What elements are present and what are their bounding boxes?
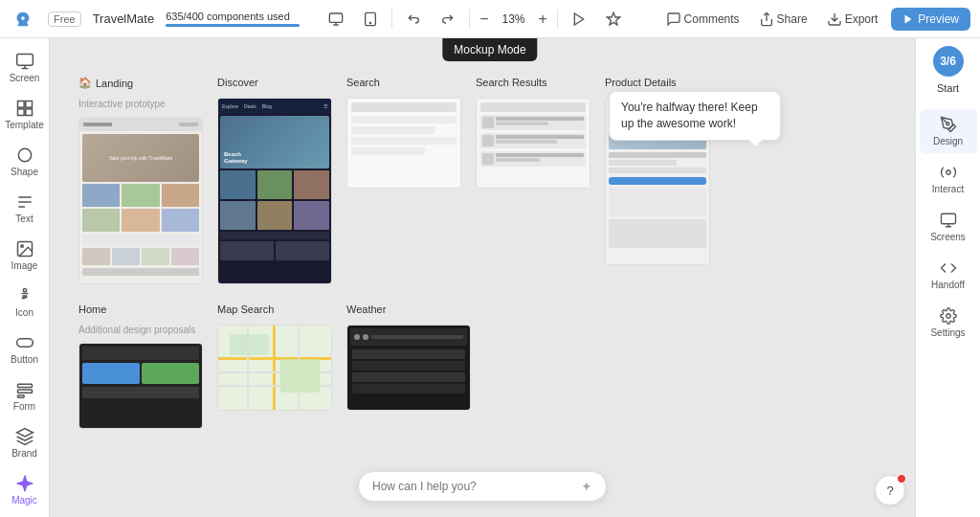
ai-input-field[interactable] (372, 480, 573, 493)
help-label: ? (886, 483, 893, 498)
play-btn[interactable] (566, 9, 592, 30)
help-btn[interactable]: ? (875, 475, 905, 506)
sidebar-item-screen[interactable]: Screen (3, 46, 47, 89)
sidebar-form-label: Form (13, 401, 35, 412)
right-sidebar: 3/6 Start Design Interact Screens Handof… (915, 38, 980, 517)
design-label: Design (933, 136, 963, 146)
undo-btn[interactable] (400, 9, 427, 30)
sidebar-magic-label: Magic (11, 495, 37, 506)
interact-label: Interact (932, 184, 964, 194)
frame-home-label: Home (78, 303, 106, 315)
svg-rect-26 (941, 214, 955, 224)
svg-rect-12 (17, 109, 24, 116)
canvas[interactable]: You're halfway there! Keep up the awesom… (50, 38, 915, 517)
sidebar-item-text[interactable]: Text (3, 187, 47, 230)
frame-map-search-thumb[interactable] (217, 325, 332, 411)
sidebar-screen-label: Screen (10, 73, 40, 83)
frame-weather[interactable]: Weather (346, 303, 471, 411)
screens-label: Screens (930, 232, 966, 242)
components-text: 635/400 components used (166, 11, 300, 22)
svg-marker-5 (607, 12, 619, 25)
left-sidebar: Screen Template Shape Text Image Icon Bu… (0, 38, 50, 517)
svg-point-25 (946, 170, 950, 175)
redo-btn[interactable] (434, 9, 461, 30)
share-btn[interactable]: Share (753, 9, 813, 30)
frame-search-results-thumb[interactable] (476, 98, 590, 189)
frame-landing-label: Landing (96, 78, 133, 89)
tablet-icon-btn[interactable] (357, 9, 384, 30)
sidebar-item-image[interactable]: Image (3, 234, 47, 277)
mockup-mode-badge: Mockup Mode (442, 38, 537, 61)
frame-search[interactable]: Search (346, 77, 461, 189)
progress-badge-text: 3/6 (940, 55, 956, 68)
sidebar-brand-label: Brand (11, 448, 37, 459)
frame-discover[interactable]: Discover Explore Deals Blog ☰ BeachGatew… (217, 77, 332, 284)
svg-rect-21 (17, 384, 32, 387)
export-btn[interactable]: Export (821, 9, 884, 30)
sidebar-text-label: Text (15, 214, 33, 224)
svg-rect-13 (25, 109, 32, 116)
home-icon: 🏠 (78, 77, 92, 89)
svg-rect-23 (17, 395, 24, 398)
svg-marker-4 (574, 13, 583, 25)
ai-input-bar[interactable]: ✦ (358, 471, 607, 502)
svg-rect-22 (17, 390, 32, 393)
zoom-out-btn[interactable]: − (478, 11, 490, 28)
frame-map-search-label: Map Search (217, 303, 274, 315)
start-label: Start (937, 82, 959, 94)
frame-home-thumb[interactable] (78, 343, 203, 429)
sidebar-image-label: Image (11, 260, 38, 271)
svg-point-27 (946, 314, 950, 319)
frame-discover-thumb[interactable]: Explore Deals Blog ☰ BeachGateway (217, 98, 332, 284)
logo[interactable] (10, 6, 36, 33)
frame-map-search[interactable]: Map Search (217, 303, 332, 411)
frame-weather-thumb[interactable] (346, 325, 471, 411)
svg-marker-8 (905, 14, 912, 23)
svg-rect-19 (23, 296, 26, 298)
tooltip-bubble: You're halfway there! Keep up the awesom… (609, 91, 781, 141)
sidebar-item-magic[interactable]: Magic (3, 468, 47, 511)
svg-point-3 (370, 22, 371, 23)
frame-search-results-label: Search Results (476, 77, 547, 88)
svg-point-0 (21, 16, 25, 20)
zoom-in-btn[interactable]: + (537, 11, 549, 28)
comments-btn[interactable]: Comments (660, 9, 746, 30)
right-item-interact[interactable]: Interact (920, 157, 977, 201)
frame-search-thumb[interactable] (346, 98, 461, 189)
help-notification-badge (897, 474, 906, 483)
svg-rect-10 (17, 101, 24, 108)
comments-label: Comments (684, 12, 740, 26)
sidebar-item-brand[interactable]: Brand (3, 421, 47, 464)
sidebar-item-template[interactable]: Template (3, 93, 47, 136)
bottom-frames-row: Home Additional design proposals (78, 303, 886, 429)
svg-point-14 (18, 148, 31, 161)
sidebar-item-shape[interactable]: Shape (3, 140, 47, 183)
frame-search-label: Search (346, 77, 380, 88)
frame-landing[interactable]: 🏠 Landing Interactive prototype Take you… (78, 77, 203, 284)
right-item-design[interactable]: Design (920, 109, 977, 153)
sidebar-item-button[interactable]: Button (3, 327, 47, 371)
right-item-settings[interactable]: Settings (920, 301, 977, 345)
right-item-screens[interactable]: Screens (920, 205, 977, 249)
sidebar-item-icon[interactable]: Icon (3, 281, 47, 324)
svg-rect-11 (25, 101, 32, 108)
sidebar-button-label: Button (11, 354, 38, 365)
preview-btn[interactable]: Preview (891, 8, 970, 31)
preview-label: Preview (918, 12, 959, 26)
monitor-icon-btn[interactable] (323, 9, 349, 30)
frame-search-results[interactable]: Search Results (476, 77, 590, 189)
sidebar-icon-label: Icon (15, 307, 33, 318)
svg-rect-9 (16, 55, 33, 66)
star-btn[interactable] (600, 9, 627, 30)
frame-home-sublabel: Additional design proposals (78, 325, 203, 335)
free-badge: Free (48, 11, 81, 27)
sidebar-item-form[interactable]: Form (3, 374, 47, 417)
progress-fill (166, 24, 300, 27)
frame-landing-thumb[interactable]: Take your trip with TravelMate (78, 117, 203, 284)
right-item-handoff[interactable]: Handoff (920, 253, 977, 297)
project-title[interactable]: TravelMate (93, 11, 155, 26)
frame-home[interactable]: Home Additional design proposals (78, 303, 203, 429)
tooltip-text: You're halfway there! Keep up the awesom… (621, 101, 758, 130)
separator1 (391, 10, 392, 29)
separator2 (469, 10, 470, 29)
